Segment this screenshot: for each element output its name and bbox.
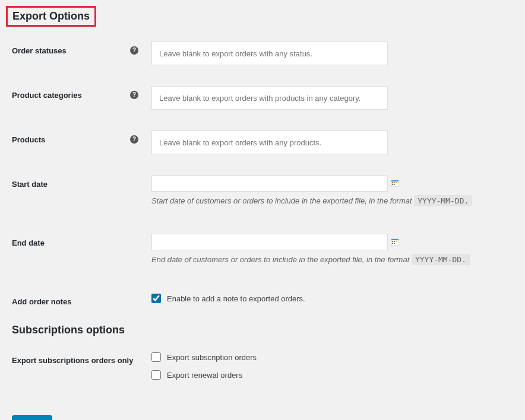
end-date-input[interactable] bbox=[151, 234, 388, 250]
help-icon[interactable]: ? bbox=[130, 91, 138, 99]
products-input[interactable] bbox=[151, 131, 388, 154]
label-order-statuses: Order statuses ? bbox=[12, 42, 151, 55]
svg-rect-12 bbox=[392, 243, 393, 244]
row-export-subscriptions: Export subscriptions orders only Export … bbox=[0, 351, 513, 380]
help-icon[interactable]: ? bbox=[130, 46, 138, 55]
svg-rect-8 bbox=[391, 239, 399, 240]
svg-rect-9 bbox=[392, 241, 393, 242]
product-categories-input[interactable] bbox=[151, 86, 388, 110]
date-format-code: YYYY-MM-DD. bbox=[414, 195, 472, 206]
add-order-notes-checkbox-label: Enable to add a note to exported orders. bbox=[167, 294, 305, 303]
order-statuses-input[interactable] bbox=[151, 42, 388, 65]
export-renewal-orders-checkbox[interactable] bbox=[151, 370, 161, 380]
label-start-date: Start date bbox=[12, 175, 151, 189]
help-icon[interactable]: ? bbox=[130, 135, 138, 144]
calendar-icon[interactable] bbox=[391, 238, 399, 246]
row-end-date: End date End date of bbox=[0, 234, 513, 264]
export-button[interactable]: Export bbox=[12, 415, 52, 420]
date-format-code: YYYY-MM-DD. bbox=[412, 254, 470, 265]
add-order-notes-checkbox[interactable] bbox=[151, 294, 161, 303]
row-products: Products ? bbox=[0, 131, 513, 154]
export-subscription-orders-checkbox[interactable] bbox=[151, 352, 161, 362]
svg-rect-4 bbox=[396, 182, 397, 183]
start-date-description: Start date of customers or orders to inc… bbox=[151, 196, 513, 205]
label-products: Products ? bbox=[12, 131, 151, 144]
subscriptions-section-title: Subscriptions options bbox=[12, 324, 513, 336]
svg-rect-5 bbox=[392, 184, 393, 185]
export-subscription-orders-label: Export subscription orders bbox=[167, 353, 257, 362]
start-date-input[interactable] bbox=[151, 175, 388, 192]
svg-rect-3 bbox=[394, 182, 395, 183]
label-export-subscriptions: Export subscriptions orders only bbox=[12, 351, 151, 365]
row-order-statuses: Order statuses ? bbox=[0, 42, 513, 65]
label-end-date: End date bbox=[12, 234, 151, 247]
label-add-order-notes: Add order notes bbox=[12, 292, 151, 306]
row-product-categories: Product categories ? bbox=[0, 86, 513, 110]
export-renewal-orders-label: Export renewal orders bbox=[167, 371, 242, 380]
section-title: Export Options bbox=[6, 6, 96, 27]
svg-rect-11 bbox=[396, 241, 397, 242]
svg-rect-2 bbox=[392, 182, 393, 183]
label-product-categories: Product categories ? bbox=[12, 86, 151, 100]
svg-rect-6 bbox=[394, 184, 395, 185]
end-date-description: End date of customers or orders to inclu… bbox=[151, 255, 513, 264]
svg-rect-13 bbox=[394, 243, 395, 244]
row-start-date: Start date Start date bbox=[0, 175, 513, 205]
calendar-icon[interactable] bbox=[391, 180, 399, 187]
row-add-order-notes: Add order notes Enable to add a note to … bbox=[0, 292, 513, 306]
svg-rect-10 bbox=[394, 241, 395, 242]
svg-rect-1 bbox=[391, 180, 399, 182]
